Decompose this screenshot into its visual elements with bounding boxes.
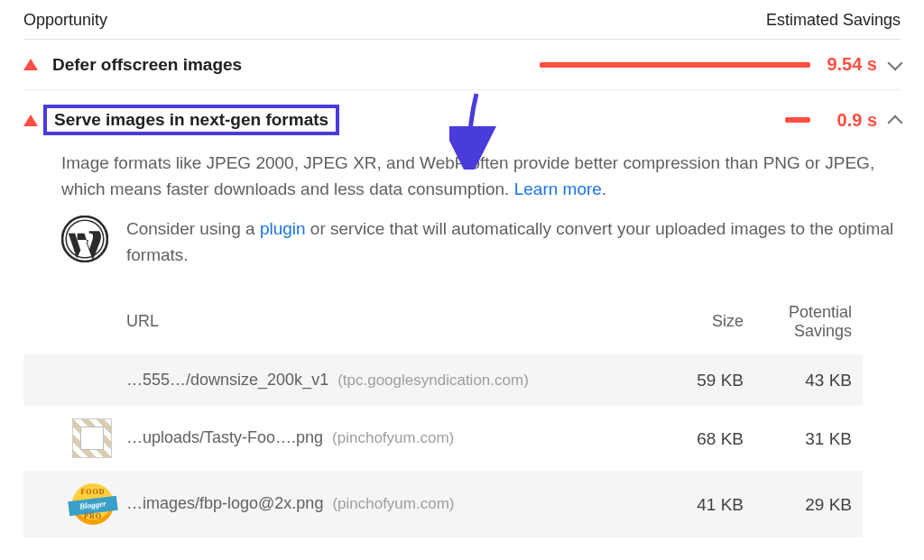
table-row: …uploads/Tasty-Foo….png (pinchofyum.com)…	[23, 406, 863, 471]
cell-potential-savings: 29 KB	[744, 491, 852, 518]
opportunity-title: Serve images in next-gen formats	[43, 105, 339, 135]
savings-value: 9.54 s	[821, 54, 877, 75]
url-path[interactable]: …images/fbp-logo@2x.png	[126, 491, 323, 517]
learn-more-link[interactable]: Learn more	[514, 179, 602, 198]
opportunity-title: Defer offscreen images	[52, 55, 242, 75]
col-url: URL	[126, 309, 644, 335]
opportunity-row[interactable]: Defer offscreen images 9.54 s	[23, 40, 901, 90]
savings-bar-track	[531, 117, 810, 123]
savings-bar	[540, 62, 810, 68]
thumbnail	[72, 418, 126, 458]
opportunity-row[interactable]: Serve images in next-gen formats 0.9 s	[23, 90, 901, 150]
col-size: Size	[644, 309, 744, 335]
url-host: (pinchofyum.com)	[332, 492, 454, 516]
detail-description: Image formats like JPEG 2000, JPEG XR, a…	[61, 150, 901, 203]
header-opportunity: Opportunity	[23, 11, 107, 30]
chevron-up-icon[interactable]	[888, 115, 903, 131]
cell-size: 59 KB	[644, 367, 744, 393]
fail-triangle-icon	[23, 115, 38, 126]
stack-pack-row: Consider using a plugin or service that …	[61, 216, 901, 269]
savings-value: 0.9 s	[821, 110, 877, 131]
url-path[interactable]: …uploads/Tasty-Foo….png	[126, 426, 323, 451]
stack-pack-text: Consider using a plugin or service that …	[126, 216, 901, 269]
cell-size: 41 KB	[644, 491, 744, 518]
wordpress-icon	[61, 216, 108, 262]
opportunity-detail: Image formats like JPEG 2000, JPEG XR, a…	[23, 150, 901, 537]
chevron-down-icon[interactable]	[888, 55, 903, 70]
cell-potential-savings: 31 KB	[744, 426, 852, 452]
savings-bar-track	[531, 62, 810, 68]
savings-bar	[785, 117, 810, 123]
col-potential-savings: PotentialSavings	[744, 303, 852, 342]
resources-table: URL Size PotentialSavings …555…/downsize…	[23, 290, 863, 538]
url-path[interactable]: …555…/downsize_200k_v1	[126, 368, 328, 393]
table-row: FOOD Blogger PRO …images/fbp-logo@2x.png…	[23, 471, 863, 537]
table-row: …555…/downsize_200k_v1 (tpc.googlesyndic…	[23, 354, 863, 406]
url-host: (tpc.googlesyndication.com)	[337, 369, 529, 392]
cell-potential-savings: 43 KB	[744, 367, 852, 393]
cell-size: 68 KB	[644, 426, 744, 452]
opportunities-header: Opportunity Estimated Savings	[23, 7, 901, 40]
plugin-link[interactable]: plugin	[260, 219, 306, 238]
fail-triangle-icon	[23, 59, 38, 70]
thumbnail: FOOD Blogger PRO	[72, 483, 126, 525]
url-host: (pinchofyum.com)	[332, 427, 454, 450]
header-savings: Estimated Savings	[766, 11, 901, 30]
table-header: URL Size PotentialSavings	[23, 290, 863, 354]
